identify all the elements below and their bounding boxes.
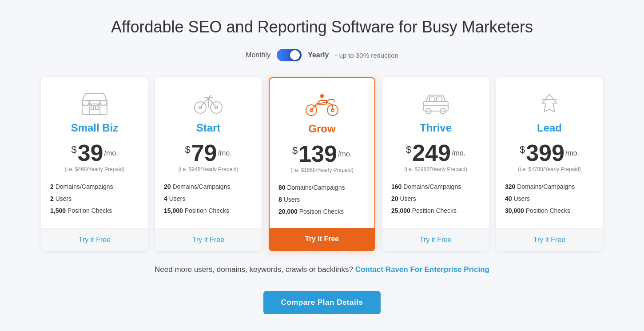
cta-label-thrive: Try it Free xyxy=(420,236,452,243)
checks-start: 15,000 Position Checks xyxy=(164,206,253,215)
plan-body-thrive: Thrive $ 249 /mo. (i.e. $2988/Yearly Pre… xyxy=(382,77,489,228)
domains-start: 20 Domains/Campaigns xyxy=(164,182,253,191)
svg-rect-3 xyxy=(95,106,98,109)
price-amount-lead: 399 xyxy=(526,141,564,164)
plan-body-grow: Grow $ 139 /mo. (i.e. $1668/Yearly Prepa… xyxy=(270,78,374,228)
price-mo-start: /mo. xyxy=(218,149,231,157)
checks-thrive: 25,000 Position Checks xyxy=(391,206,480,215)
svg-rect-18 xyxy=(437,97,442,101)
domains-lead: 320 Domains/Campaigns xyxy=(505,182,594,191)
toggle-thumb xyxy=(290,50,300,60)
cta-label-lead: Try it Free xyxy=(533,236,565,243)
cta-small-biz[interactable]: Try it Free xyxy=(41,228,148,251)
price-prepaid-thrive: (i.e. $2988/Yearly Prepaid) xyxy=(404,166,467,172)
plan-card-thrive: Thrive $ 249 /mo. (i.e. $2988/Yearly Pre… xyxy=(382,77,489,251)
checks-lead: 30,000 Position Checks xyxy=(505,206,594,215)
svg-rect-0 xyxy=(82,100,107,115)
cta-start[interactable]: Try it Free xyxy=(155,228,262,251)
domains-grow: 80 Domains/Campaigns xyxy=(278,183,366,192)
price-amount-thrive: 249 xyxy=(412,141,451,164)
car-icon xyxy=(418,90,453,116)
cta-label-small-biz: Try it Free xyxy=(79,236,111,243)
price-dollar: $ xyxy=(520,144,525,156)
price-dollar: $ xyxy=(185,144,190,156)
plan-features-start: 20 Domains/Campaigns 4 Users 15,000 Posi… xyxy=(164,182,253,218)
cta-label-grow: Try it Free xyxy=(305,235,339,243)
price-prepaid-lead: (i.e. $4788/Yearly Prepaid) xyxy=(518,166,581,172)
price-mo-thrive: /mo. xyxy=(452,149,465,157)
enterprise-text-static: Need more users, domains, keywords, craw… xyxy=(155,265,353,274)
plan-card-lead: Lead $ 399 /mo. (i.e. $4788/Yearly Prepa… xyxy=(496,77,603,251)
price-dollar: $ xyxy=(406,144,411,156)
compare-plan-details-button[interactable]: Compare Plan Details xyxy=(263,291,381,314)
plan-body-small-biz: Small Biz $ 39 /mo. (i.e. $468/Yearly Pr… xyxy=(41,77,148,228)
plan-card-small-biz: Small Biz $ 39 /mo. (i.e. $468/Yearly Pr… xyxy=(41,77,148,251)
users-grow: 8 Users xyxy=(278,195,366,204)
plan-name-grow: Grow xyxy=(308,123,335,135)
price-prepaid-grow: (i.e. $1668/Yearly Prepaid) xyxy=(290,167,354,173)
cta-label-start: Try it Free xyxy=(192,236,224,243)
svg-rect-2 xyxy=(91,106,94,109)
plan-body-lead: Lead $ 399 /mo. (i.e. $4788/Yearly Prepa… xyxy=(496,77,603,228)
plan-features-thrive: 160 Domains/Campaigns 20 Users 25,000 Po… xyxy=(391,182,480,218)
svg-point-13 xyxy=(320,94,324,98)
price-amount-grow: 139 xyxy=(298,142,337,165)
page-wrapper: Affordable SEO and Reporting Software fo… xyxy=(0,0,644,331)
billing-toggle-switch[interactable] xyxy=(277,49,302,61)
savings-text: - up to 30% reduction xyxy=(335,52,398,59)
price-row-start: $ 79 /mo. xyxy=(185,141,231,164)
domains-thrive: 160 Domains/Campaigns xyxy=(391,182,480,191)
monthly-label: Monthly xyxy=(246,51,270,59)
cta-lead[interactable]: Try it Free xyxy=(496,228,603,251)
svg-rect-17 xyxy=(429,97,435,101)
airplane-icon xyxy=(532,90,567,116)
plan-features-grow: 80 Domains/Campaigns 8 Users 20,000 Posi… xyxy=(278,183,366,219)
plan-features-small-biz: 2 Domains/Campaigns 2 Users 1,500 Positi… xyxy=(50,182,139,218)
price-dollar: $ xyxy=(292,145,298,156)
page-title: Affordable SEO and Reporting Software fo… xyxy=(9,18,635,36)
users-small-biz: 2 Users xyxy=(50,194,139,203)
enterprise-message: Need more users, domains, keywords, craw… xyxy=(9,265,635,274)
price-amount-small-biz: 39 xyxy=(78,141,103,164)
plan-card-start: Start $ 79 /mo. (i.e. $948/Yearly Prepai… xyxy=(155,77,262,251)
motorcycle-icon xyxy=(304,91,340,117)
yearly-label: Yearly xyxy=(308,51,329,59)
price-row-thrive: $ 249 /mo. xyxy=(406,141,465,164)
price-row-lead: $ 399 /mo. xyxy=(520,141,579,164)
plans-container: Small Biz $ 39 /mo. (i.e. $468/Yearly Pr… xyxy=(9,77,635,251)
plan-name-start: Start xyxy=(196,122,221,134)
enterprise-link[interactable]: Contact Raven For Enterprise Pricing xyxy=(355,265,489,274)
cta-thrive[interactable]: Try it Free xyxy=(382,228,489,251)
plan-name-thrive: Thrive xyxy=(420,122,452,134)
price-prepaid-small-biz: (i.e. $468/Yearly Prepaid) xyxy=(65,166,125,172)
cta-grow[interactable]: Try it Free xyxy=(270,228,374,250)
checks-grow: 20,000 Position Checks xyxy=(278,207,366,216)
checks-small-biz: 1,500 Position Checks xyxy=(50,206,139,215)
bicycle-icon xyxy=(191,90,226,116)
billing-toggle: Monthly Yearly - up to 30% reduction xyxy=(9,49,635,61)
price-prepaid-start: (i.e. $948/Yearly Prepaid) xyxy=(179,166,239,172)
plan-name-small-biz: Small Biz xyxy=(71,122,119,134)
price-amount-start: 79 xyxy=(191,141,217,164)
price-mo-lead: /mo. xyxy=(565,149,579,157)
price-row-small-biz: $ 39 /mo. xyxy=(71,141,118,164)
price-row-grow: $ 139 /mo. xyxy=(292,142,352,165)
price-dollar: $ xyxy=(71,144,76,156)
plan-features-lead: 320 Domains/Campaigns 40 Users 30,000 Po… xyxy=(505,182,594,218)
plan-card-grow: Grow $ 139 /mo. (i.e. $1668/Yearly Prepa… xyxy=(269,77,375,251)
users-start: 4 Users xyxy=(164,194,253,203)
users-thrive: 20 Users xyxy=(391,194,480,203)
price-mo-small-biz: /mo. xyxy=(104,149,118,157)
users-lead: 40 Users xyxy=(505,194,594,203)
price-mo-grow: /mo. xyxy=(338,150,352,158)
domains-small-biz: 2 Domains/Campaigns xyxy=(50,182,139,191)
store-icon xyxy=(77,90,112,116)
plan-name-lead: Lead xyxy=(537,122,562,134)
plan-body-start: Start $ 79 /mo. (i.e. $948/Yearly Prepai… xyxy=(155,77,262,228)
